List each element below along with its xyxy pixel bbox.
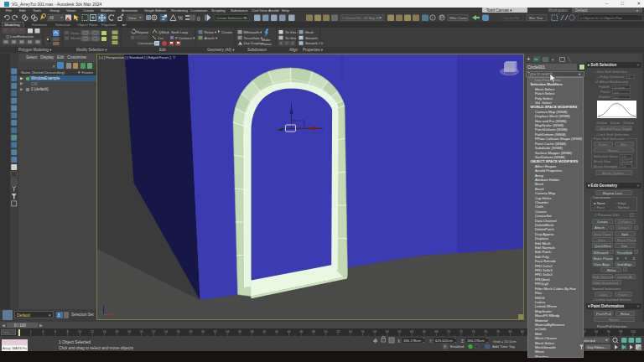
- svg-text:To Grid: To Grid: [285, 35, 297, 39]
- svg-text:Cut: Cut: [158, 35, 164, 39]
- svg-text:Smooth: Smooth: [305, 35, 318, 39]
- svg-text:46: 46: [299, 330, 303, 334]
- svg-text:elected: elected: [584, 339, 595, 343]
- svg-text:30: 30: [201, 330, 205, 334]
- svg-text:Y: Y: [286, 42, 288, 45]
- svg-text:Shrink: Shrink: [70, 36, 81, 40]
- svg-text:98: 98: [619, 330, 622, 334]
- svg-text:12: 12: [91, 330, 94, 334]
- svg-text:Grid = 10.0cm: Grid = 10.0cm: [493, 339, 517, 344]
- svg-text:8: 8: [67, 330, 69, 334]
- svg-text:View: View: [128, 15, 137, 19]
- svg-text:50: 50: [325, 330, 328, 334]
- svg-text:x Objects In / x Objects Pan: x Objects In / x Objects Pan: [580, 15, 621, 19]
- svg-text:Add Time Tag: Add Time Tag: [492, 344, 515, 349]
- svg-text:42: 42: [275, 330, 278, 334]
- svg-text:Z:: Z:: [461, 339, 465, 344]
- svg-text:60: 60: [386, 330, 389, 334]
- svg-text:10: 10: [78, 330, 81, 334]
- svg-text:All: All: [49, 16, 54, 20]
- svg-text:184.276cm: 184.276cm: [467, 339, 485, 343]
- svg-text:94: 94: [595, 330, 598, 334]
- svg-text:Hard: Hard: [305, 30, 314, 34]
- svg-text:34: 34: [226, 330, 229, 334]
- svg-text:Repeat: Repeat: [137, 30, 149, 34]
- svg-text:24: 24: [164, 330, 168, 334]
- svg-text:X: X: [280, 42, 283, 45]
- svg-text:28: 28: [189, 330, 192, 334]
- svg-text:Y:: Y:: [429, 339, 433, 344]
- svg-text:26: 26: [177, 330, 180, 334]
- svg-text:Tessellate ▾: Tessellate ▾: [244, 35, 263, 39]
- svg-text:%: %: [178, 15, 183, 21]
- svg-text:Key Filters...: Key Filters...: [588, 345, 607, 349]
- svg-text:Attach ▾: Attach ▾: [205, 35, 218, 39]
- svg-text:18: 18: [127, 330, 131, 334]
- svg-text:70: 70: [447, 330, 450, 334]
- svg-text:Create Selection Se: Create Selection Se: [216, 15, 248, 19]
- svg-text:+: +: [167, 30, 169, 34]
- svg-text:80: 80: [508, 330, 512, 334]
- svg-text:Planar: Planar: [262, 42, 273, 46]
- svg-text:Enabled: Enabled: [450, 344, 465, 349]
- svg-text:44: 44: [288, 330, 291, 334]
- svg-text:P Connect ▾: P Connect ▾: [175, 35, 195, 39]
- svg-text:625.622cm: 625.622cm: [435, 339, 453, 343]
- svg-text:186.178cm: 186.178cm: [403, 339, 421, 343]
- svg-text:C:\Users\Tut - 06 May 202: C:\Users\Tut - 06 May 202: [342, 15, 382, 19]
- svg-text:48: 48: [312, 330, 315, 334]
- svg-text:78: 78: [496, 330, 500, 334]
- svg-text:6: 6: [55, 330, 56, 334]
- svg-text:52: 52: [336, 330, 340, 334]
- svg-text:54: 54: [349, 330, 352, 334]
- svg-text:2: 2: [30, 330, 32, 334]
- svg-text:36: 36: [238, 330, 242, 334]
- svg-text:22: 22: [152, 330, 155, 334]
- svg-text:MSmooth ▾: MSmooth ▾: [244, 30, 263, 34]
- svg-text:72: 72: [460, 330, 463, 334]
- svg-text:64: 64: [410, 330, 413, 334]
- svg-text:38: 38: [251, 330, 254, 334]
- svg-text:Swift Loop: Swift Loop: [171, 30, 189, 34]
- svg-text:Who Cares: Who Cares: [449, 15, 467, 19]
- svg-text:Relax ▾: Relax ▾: [205, 30, 217, 34]
- svg-text:40: 40: [262, 330, 266, 334]
- svg-text:66: 66: [423, 330, 426, 334]
- svg-text:Constraints: Constraints: [138, 41, 156, 45]
- svg-text:74: 74: [471, 330, 475, 334]
- svg-text:100: 100: [631, 330, 636, 334]
- svg-text:Create: Create: [221, 30, 233, 34]
- svg-text:Grow: Grow: [70, 30, 80, 34]
- svg-text:68: 68: [434, 330, 438, 334]
- svg-text:16: 16: [115, 330, 118, 334]
- svg-text:4: 4: [42, 330, 44, 334]
- svg-text:Blur Text: Blur Text: [529, 15, 543, 19]
- svg-text:{}: {}: [197, 15, 200, 20]
- svg-text:20: 20: [140, 330, 143, 334]
- svg-text:X:: X:: [397, 339, 401, 344]
- svg-text:14: 14: [103, 330, 106, 334]
- svg-text:76: 76: [484, 330, 487, 334]
- svg-text:S: S: [444, 344, 446, 349]
- svg-text:82: 82: [521, 330, 524, 334]
- svg-text:i: i: [432, 15, 433, 20]
- svg-text:◫ LowReduction: ◫ LowReduction: [6, 34, 34, 38]
- svg-text:3: 3: [162, 15, 165, 21]
- svg-text:96: 96: [607, 330, 610, 334]
- svg-text:58: 58: [373, 330, 377, 334]
- svg-text:62: 62: [398, 330, 402, 334]
- svg-text:56: 56: [361, 330, 365, 334]
- svg-text:Iso-lin Fill: Iso-lin Fill: [504, 15, 519, 19]
- svg-text:32: 32: [214, 330, 217, 334]
